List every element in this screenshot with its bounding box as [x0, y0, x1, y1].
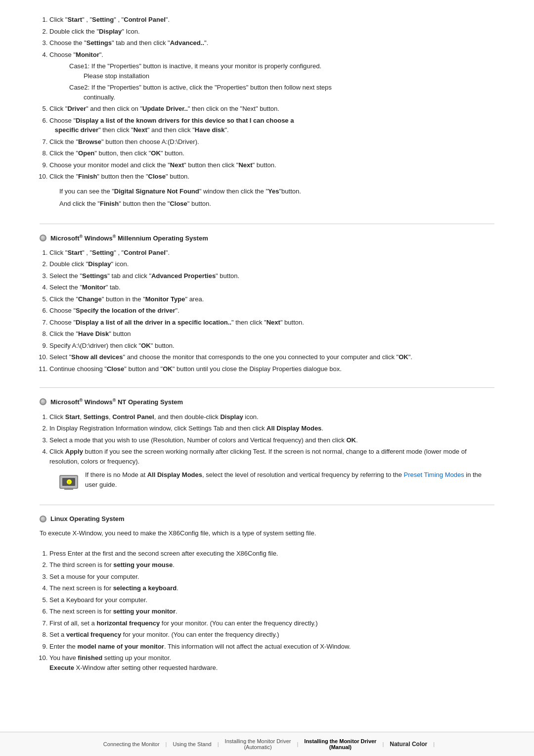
footer-sep-1: |: [165, 741, 168, 747]
linux-list: Press Enter at the first and the second …: [49, 549, 494, 673]
list-item: Double click "Display" icon.: [49, 259, 494, 269]
warning-icon: !: [59, 471, 79, 491]
section-bullet: [40, 398, 46, 405]
nt-section: Microsoft® Windows® NT Operating System …: [40, 398, 494, 505]
list-item: In Display Registration Information wind…: [49, 424, 494, 433]
footer-installing-auto[interactable]: Installing the Monitor Driver(Automatic): [220, 736, 296, 752]
list-item: Click the "Browse" button then choose A:…: [49, 137, 494, 147]
win98-list: Click "Start" , "Setting" , "Control Pan…: [49, 15, 494, 182]
linux-intro: To execute X-Window, you need to make th…: [40, 528, 494, 538]
list-item: Choose "Display a list of the known driv…: [49, 116, 494, 135]
list-item: You have finished setting up your monito…: [49, 653, 494, 672]
list-item: Select the "Settings" tab and click "Adv…: [49, 271, 494, 281]
preset-timing-link[interactable]: Preset Timing Modes: [404, 471, 464, 478]
main-content: Click "Start" , "Setting" , "Control Pan…: [0, 0, 534, 746]
list-item: Select "Show all devices" and choose the…: [49, 352, 494, 362]
list-item: Choose your monitor model and click the …: [49, 160, 494, 170]
list-item: First of all, set a horizontal frequency…: [49, 618, 494, 628]
footer-sep-3: |: [296, 741, 299, 747]
case1-note: Case1: If the "Properties" button is ina…: [69, 61, 494, 81]
millennium-list: Click "Start" , "Setting" , "Control Pan…: [49, 248, 494, 374]
list-item: Set a Keyboard for your computer.: [49, 595, 494, 605]
svg-rect-4: [64, 489, 73, 490]
footer-sep-4: |: [381, 741, 385, 747]
list-item: Click Apply button if you see the screen…: [49, 447, 494, 491]
list-item: Enter the model name of your monitor. Th…: [49, 642, 494, 652]
list-item: Press Enter at the first and the second …: [49, 549, 494, 559]
list-item: Continue choosing "Close" button and "OK…: [49, 364, 494, 374]
list-item: Choose "Display a list of all the driver…: [49, 318, 494, 328]
digital-signature-note: If you can see the "Digital Signature No…: [59, 187, 475, 209]
list-item: Select the "Monitor" tab.: [49, 283, 494, 292]
footer-installing-manual[interactable]: Installing the Monitor Driver(Manual): [299, 736, 381, 752]
list-item: The next screen is for selecting a keybo…: [49, 583, 494, 593]
list-item: Click the "Change" button in the "Monito…: [49, 294, 494, 304]
warning-text: If there is no Mode at All Display Modes…: [85, 470, 485, 489]
list-item: Specify A:\(D:\driver) then click "OK" b…: [49, 341, 494, 351]
warning-box: ! If there is no Mode at All Display Mod…: [59, 470, 485, 491]
list-item: Choose the "Settings" tab and then click…: [49, 38, 494, 48]
footer-sep-5: |: [432, 741, 436, 747]
linux-title: Linux Operating System: [50, 515, 125, 522]
list-item: Select a mode that you wish to use (Reso…: [49, 435, 494, 445]
svg-text:!: !: [68, 480, 70, 485]
list-item: Click "Driver" and then click on "Update…: [49, 104, 494, 114]
nt-header: Microsoft® Windows® NT Operating System: [40, 398, 494, 406]
footer-natural-color[interactable]: Natural Color: [385, 739, 432, 750]
list-item: The third screen is for setting your mou…: [49, 560, 494, 570]
list-item: Double click the "Display" Icon.: [49, 27, 494, 37]
millennium-section: Microsoft® Windows® Millennium Operating…: [40, 234, 494, 388]
list-item: Set a vertical frequency for your monito…: [49, 630, 494, 640]
list-item: Click Start, Settings, Control Panel, an…: [49, 412, 494, 422]
list-item: Click the "Open" button, then click "OK"…: [49, 148, 494, 158]
section-bullet: [40, 235, 46, 241]
win98-section: Click "Start" , "Setting" , "Control Pan…: [40, 15, 494, 224]
nt-list: Click Start, Settings, Control Panel, an…: [49, 412, 494, 491]
list-item: Choose "Monitor". Case1: If the "Propert…: [49, 50, 494, 102]
list-item: Click the "Finish" button then the "Clos…: [49, 172, 494, 182]
footer-stand[interactable]: Using the Stand: [168, 739, 216, 749]
list-item: Click the "Have Disk" button: [49, 329, 494, 339]
list-item: Choose "Specify the location of the driv…: [49, 306, 494, 316]
list-item: Click "Start" , "Setting" , "Control Pan…: [49, 15, 494, 25]
footer-sep-2: |: [217, 741, 220, 747]
list-item: Click "Start" , "Setting" , "Control Pan…: [49, 248, 494, 258]
footer-connecting[interactable]: Connecting the Monitor: [98, 739, 165, 749]
millennium-header: Microsoft® Windows® Millennium Operating…: [40, 234, 494, 242]
list-item: The next screen is for setting your moni…: [49, 607, 494, 616]
footer: Connecting the Monitor | Using the Stand…: [0, 732, 534, 756]
list-item: Set a mouse for your computer.: [49, 572, 494, 582]
case2-note: Case2: If the "Properties" button is act…: [69, 83, 494, 102]
linux-header: Linux Operating System: [40, 515, 494, 522]
millennium-title: Microsoft® Windows® Millennium Operating…: [50, 234, 208, 242]
section-bullet: [40, 516, 46, 522]
nt-title: Microsoft® Windows® NT Operating System: [50, 398, 183, 406]
linux-section: Linux Operating System To execute X-Wind…: [40, 515, 494, 686]
